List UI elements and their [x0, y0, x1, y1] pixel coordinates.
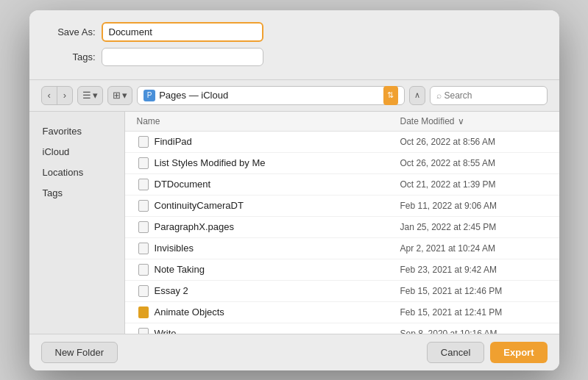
- file-date: Feb 23, 2021 at 9:42 AM: [400, 265, 548, 275]
- list-view-button[interactable]: ☰ ▾: [77, 86, 103, 105]
- sidebar: Favorites iCloud Locations Tags: [29, 112, 125, 334]
- file-date: Feb 11, 2022 at 9:06 AM: [400, 201, 548, 211]
- file-name: FindiPad: [155, 136, 400, 147]
- bottom-right-buttons: Cancel Export: [427, 342, 548, 363]
- grid-view-button[interactable]: ⊞ ▾: [107, 86, 132, 105]
- sort-icon: ∨: [458, 116, 464, 126]
- file-icon: [137, 263, 150, 276]
- file-icon: [137, 157, 150, 170]
- file-name: Essay 2: [155, 285, 400, 296]
- file-name: Animate Objects: [155, 306, 400, 318]
- file-icon: [137, 242, 150, 255]
- file-icon: [137, 135, 150, 148]
- file-icon: [137, 221, 150, 234]
- file-date: Oct 26, 2022 at 8:56 AM: [400, 137, 548, 147]
- location-icon: P: [144, 90, 155, 101]
- nav-buttons: ‹ ›: [41, 86, 74, 105]
- file-icon: [137, 327, 150, 334]
- file-name: List Styles Modified by Me: [155, 157, 400, 168]
- file-date: Jan 25, 2022 at 2:45 PM: [400, 222, 548, 232]
- location-label: Pages — iCloud: [159, 90, 228, 101]
- file-list-header: Name Date Modified ∨: [125, 112, 559, 132]
- file-name: Invisibles: [155, 243, 400, 254]
- file-date: Oct 21, 2022 at 1:39 PM: [400, 179, 548, 190]
- file-date: Feb 15, 2021 at 12:41 PM: [400, 307, 548, 318]
- new-folder-button[interactable]: New Folder: [41, 342, 118, 363]
- col-name-header: Name: [137, 116, 400, 126]
- list-view-dropdown-icon: ▾: [93, 90, 98, 101]
- cancel-button[interactable]: Cancel: [427, 342, 484, 363]
- location-chevron-button[interactable]: ⇅: [383, 86, 398, 105]
- sidebar-item-tags[interactable]: Tags: [32, 183, 121, 203]
- forward-button[interactable]: ›: [57, 87, 72, 104]
- content-area: Favorites iCloud Locations Tags Name Dat…: [29, 112, 559, 334]
- file-name: DTDocument: [155, 179, 400, 190]
- file-name: Write: [155, 328, 400, 334]
- file-date: Sep 8, 2020 at 10:16 AM: [400, 329, 548, 334]
- tags-input[interactable]: [102, 48, 263, 66]
- save-dialog: Save As: Tags: ‹ › ☰ ▾ ⊞ ▾ P Pages — iCl…: [29, 10, 559, 370]
- table-row[interactable]: Animate Objects Feb 15, 2021 at 12:41 PM: [125, 302, 559, 323]
- table-row[interactable]: ContinuityCameraDT Feb 11, 2022 at 9:06 …: [125, 196, 559, 217]
- tags-row: Tags:: [44, 48, 545, 66]
- search-icon: ⌕: [436, 90, 442, 101]
- table-row[interactable]: FindiPad Oct 26, 2022 at 8:56 AM: [125, 132, 559, 153]
- sidebar-item-icloud[interactable]: iCloud: [32, 142, 121, 162]
- save-as-label: Save As:: [44, 26, 96, 37]
- table-row[interactable]: Note Taking Feb 23, 2021 at 9:42 AM: [125, 259, 559, 281]
- table-row[interactable]: DTDocument Oct 21, 2022 at 1:39 PM: [125, 174, 559, 196]
- file-date: Apr 2, 2021 at 10:24 AM: [400, 243, 548, 254]
- dialog-header: Save As: Tags:: [29, 10, 559, 80]
- file-icon: [137, 178, 150, 191]
- dialog-footer: New Folder Cancel Export: [29, 334, 559, 370]
- save-as-row: Save As:: [44, 22, 545, 42]
- search-input[interactable]: [444, 90, 541, 101]
- table-row[interactable]: Write Sep 8, 2020 at 10:16 AM: [125, 323, 559, 334]
- expand-button[interactable]: ∧: [409, 86, 425, 105]
- file-list: Name Date Modified ∨ FindiPad Oct 26, 20…: [125, 112, 559, 334]
- file-icon: [137, 199, 150, 212]
- expand-icon: ∧: [414, 90, 420, 100]
- file-icon: [137, 284, 150, 298]
- tags-label: Tags:: [44, 51, 96, 62]
- file-date: Feb 15, 2021 at 12:46 PM: [400, 286, 548, 296]
- file-name: ParagraphX.pages: [155, 221, 400, 232]
- file-name: ContinuityCameraDT: [155, 200, 400, 211]
- table-row[interactable]: Invisibles Apr 2, 2021 at 10:24 AM: [125, 238, 559, 259]
- location-selector[interactable]: P Pages — iCloud ⇅: [137, 86, 404, 105]
- table-row[interactable]: List Styles Modified by Me Oct 26, 2022 …: [125, 153, 559, 174]
- search-box[interactable]: ⌕: [430, 86, 548, 105]
- grid-view-dropdown-icon: ▾: [122, 90, 127, 101]
- table-row[interactable]: Essay 2 Feb 15, 2021 at 12:46 PM: [125, 281, 559, 302]
- export-button[interactable]: Export: [490, 342, 547, 363]
- file-name: Note Taking: [155, 264, 400, 275]
- col-date-header: Date Modified ∨: [400, 116, 548, 126]
- file-icon: [137, 306, 150, 319]
- save-as-input[interactable]: [102, 22, 263, 42]
- back-button[interactable]: ‹: [42, 87, 57, 104]
- table-row[interactable]: ParagraphX.pages Jan 25, 2022 at 2:45 PM: [125, 217, 559, 238]
- list-view-icon: ☰: [82, 90, 91, 101]
- sidebar-item-favorites[interactable]: Favorites: [32, 121, 121, 141]
- sidebar-item-locations[interactable]: Locations: [32, 162, 121, 182]
- file-date: Oct 26, 2022 at 8:55 AM: [400, 158, 548, 168]
- grid-view-icon: ⊞: [113, 90, 121, 101]
- toolbar: ‹ › ☰ ▾ ⊞ ▾ P Pages — iCloud ⇅ ∧ ⌕: [29, 80, 559, 112]
